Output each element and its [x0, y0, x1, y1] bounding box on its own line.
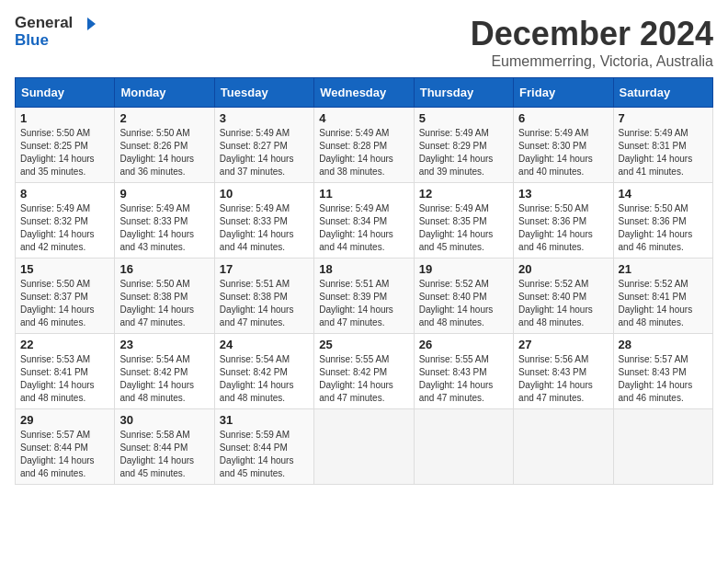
day-number: 21 — [619, 262, 708, 276]
calendar-table: Sunday Monday Tuesday Wednesday Thursday… — [15, 77, 713, 485]
day-detail: Sunrise: 5:56 AM Sunset: 8:43 PM Dayligh… — [518, 353, 608, 405]
day-number: 15 — [20, 262, 109, 276]
day-cell-15: 15 Sunrise: 5:50 AM Sunset: 8:37 PM Dayl… — [16, 259, 115, 334]
day-detail: Sunrise: 5:50 AM Sunset: 8:36 PM Dayligh… — [619, 202, 708, 254]
day-number: 25 — [319, 338, 408, 351]
day-detail: Sunrise: 5:52 AM Sunset: 8:40 PM Dayligh… — [518, 278, 608, 329]
day-number: 19 — [419, 262, 508, 276]
day-cell-19: 19 Sunrise: 5:52 AM Sunset: 8:40 PM Dayl… — [414, 259, 513, 334]
day-cell-23: 23 Sunrise: 5:54 AM Sunset: 8:42 PM Dayl… — [115, 334, 214, 409]
logo-wordmark: General Blue — [15, 15, 96, 49]
day-detail: Sunrise: 5:49 AM Sunset: 8:27 PM Dayligh… — [220, 127, 309, 178]
day-number: 13 — [518, 187, 608, 201]
logo-bird-icon — [79, 16, 96, 32]
calendar-subtitle: Eumemmerring, Victoria, Australia — [471, 53, 713, 70]
day-number: 22 — [20, 338, 109, 351]
day-cell-1: 1 Sunrise: 5:50 AM Sunset: 8:25 PM Dayli… — [16, 108, 115, 183]
day-cell-2: 2 Sunrise: 5:50 AM Sunset: 8:26 PM Dayli… — [115, 108, 214, 183]
day-number: 18 — [319, 262, 408, 276]
day-number: 26 — [419, 338, 508, 351]
calendar-week-row: 29 Sunrise: 5:57 AM Sunset: 8:44 PM Dayl… — [16, 409, 713, 485]
header-wednesday: Wednesday — [314, 78, 414, 108]
day-detail: Sunrise: 5:50 AM Sunset: 8:38 PM Dayligh… — [119, 278, 209, 329]
logo[interactable]: General Blue — [15, 15, 96, 49]
header-friday: Friday — [514, 78, 613, 108]
day-detail: Sunrise: 5:52 AM Sunset: 8:40 PM Dayligh… — [419, 278, 508, 329]
day-number: 12 — [419, 187, 508, 201]
day-cell-10: 10 Sunrise: 5:49 AM Sunset: 8:33 PM Dayl… — [214, 183, 313, 259]
day-cell-9: 9 Sunrise: 5:49 AM Sunset: 8:33 PM Dayli… — [115, 183, 214, 259]
day-cell-26: 26 Sunrise: 5:55 AM Sunset: 8:43 PM Dayl… — [414, 334, 513, 409]
day-number: 29 — [20, 413, 109, 427]
day-detail: Sunrise: 5:49 AM Sunset: 8:29 PM Dayligh… — [419, 127, 508, 178]
header-monday: Monday — [115, 78, 214, 108]
day-number: 27 — [518, 338, 608, 351]
day-number: 1 — [20, 111, 109, 125]
day-cell-31: 31 Sunrise: 5:59 AM Sunset: 8:44 PM Dayl… — [214, 409, 313, 485]
calendar-week-row: 8 Sunrise: 5:49 AM Sunset: 8:32 PM Dayli… — [16, 183, 713, 259]
day-number: 24 — [220, 338, 309, 351]
day-cell-14: 14 Sunrise: 5:50 AM Sunset: 8:36 PM Dayl… — [613, 183, 712, 259]
empty-cell — [514, 409, 613, 485]
day-cell-4: 4 Sunrise: 5:49 AM Sunset: 8:28 PM Dayli… — [314, 108, 414, 183]
day-detail: Sunrise: 5:50 AM Sunset: 8:37 PM Dayligh… — [20, 278, 109, 329]
days-header-row: Sunday Monday Tuesday Wednesday Thursday… — [16, 78, 713, 108]
day-detail: Sunrise: 5:59 AM Sunset: 8:44 PM Dayligh… — [220, 429, 309, 480]
day-detail: Sunrise: 5:50 AM Sunset: 8:26 PM Dayligh… — [119, 127, 209, 178]
day-detail: Sunrise: 5:49 AM Sunset: 8:30 PM Dayligh… — [518, 127, 608, 178]
day-number: 4 — [319, 111, 408, 125]
calendar-week-row: 1 Sunrise: 5:50 AM Sunset: 8:25 PM Dayli… — [16, 108, 713, 183]
day-cell-3: 3 Sunrise: 5:49 AM Sunset: 8:27 PM Dayli… — [214, 108, 313, 183]
day-detail: Sunrise: 5:58 AM Sunset: 8:44 PM Dayligh… — [119, 429, 209, 480]
day-detail: Sunrise: 5:50 AM Sunset: 8:36 PM Dayligh… — [518, 202, 608, 254]
page-header: General Blue December 2024 Eumemmerring,… — [15, 15, 713, 70]
day-detail: Sunrise: 5:49 AM Sunset: 8:35 PM Dayligh… — [419, 202, 508, 254]
day-number: 14 — [619, 187, 708, 201]
day-cell-20: 20 Sunrise: 5:52 AM Sunset: 8:40 PM Dayl… — [514, 259, 613, 334]
day-cell-30: 30 Sunrise: 5:58 AM Sunset: 8:44 PM Dayl… — [115, 409, 214, 485]
day-cell-28: 28 Sunrise: 5:57 AM Sunset: 8:43 PM Dayl… — [613, 334, 712, 409]
day-number: 8 — [20, 187, 109, 201]
day-cell-5: 5 Sunrise: 5:49 AM Sunset: 8:29 PM Dayli… — [414, 108, 513, 183]
day-detail: Sunrise: 5:55 AM Sunset: 8:43 PM Dayligh… — [419, 353, 508, 405]
day-detail: Sunrise: 5:49 AM Sunset: 8:33 PM Dayligh… — [220, 202, 309, 254]
day-detail: Sunrise: 5:49 AM Sunset: 8:28 PM Dayligh… — [319, 127, 408, 178]
header-tuesday: Tuesday — [214, 78, 313, 108]
day-cell-21: 21 Sunrise: 5:52 AM Sunset: 8:41 PM Dayl… — [613, 259, 712, 334]
day-detail: Sunrise: 5:49 AM Sunset: 8:34 PM Dayligh… — [319, 202, 408, 254]
day-detail: Sunrise: 5:54 AM Sunset: 8:42 PM Dayligh… — [119, 353, 209, 405]
day-detail: Sunrise: 5:49 AM Sunset: 8:31 PM Dayligh… — [619, 127, 708, 178]
day-cell-16: 16 Sunrise: 5:50 AM Sunset: 8:38 PM Dayl… — [115, 259, 214, 334]
day-cell-17: 17 Sunrise: 5:51 AM Sunset: 8:38 PM Dayl… — [214, 259, 313, 334]
day-cell-13: 13 Sunrise: 5:50 AM Sunset: 8:36 PM Dayl… — [514, 183, 613, 259]
day-cell-22: 22 Sunrise: 5:53 AM Sunset: 8:41 PM Dayl… — [16, 334, 115, 409]
empty-cell — [613, 409, 712, 485]
day-cell-6: 6 Sunrise: 5:49 AM Sunset: 8:30 PM Dayli… — [514, 108, 613, 183]
day-cell-7: 7 Sunrise: 5:49 AM Sunset: 8:31 PM Dayli… — [613, 108, 712, 183]
empty-cell — [414, 409, 513, 485]
day-cell-18: 18 Sunrise: 5:51 AM Sunset: 8:39 PM Dayl… — [314, 259, 414, 334]
day-cell-25: 25 Sunrise: 5:55 AM Sunset: 8:42 PM Dayl… — [314, 334, 414, 409]
day-detail: Sunrise: 5:57 AM Sunset: 8:43 PM Dayligh… — [619, 353, 708, 405]
day-number: 17 — [220, 262, 309, 276]
day-detail: Sunrise: 5:54 AM Sunset: 8:42 PM Dayligh… — [220, 353, 309, 405]
day-number: 23 — [119, 338, 209, 351]
header-saturday: Saturday — [613, 78, 712, 108]
day-detail: Sunrise: 5:51 AM Sunset: 8:38 PM Dayligh… — [220, 278, 309, 329]
day-detail: Sunrise: 5:55 AM Sunset: 8:42 PM Dayligh… — [319, 353, 408, 405]
calendar-title: December 2024 — [471, 15, 713, 53]
day-cell-27: 27 Sunrise: 5:56 AM Sunset: 8:43 PM Dayl… — [514, 334, 613, 409]
calendar-week-row: 22 Sunrise: 5:53 AM Sunset: 8:41 PM Dayl… — [16, 334, 713, 409]
day-number: 9 — [119, 187, 209, 201]
day-detail: Sunrise: 5:53 AM Sunset: 8:41 PM Dayligh… — [20, 353, 109, 405]
title-section: December 2024 Eumemmerring, Victoria, Au… — [471, 15, 713, 70]
day-number: 10 — [220, 187, 309, 201]
day-detail: Sunrise: 5:51 AM Sunset: 8:39 PM Dayligh… — [319, 278, 408, 329]
logo-general: General — [15, 14, 73, 31]
day-number: 7 — [619, 111, 708, 125]
day-number: 16 — [119, 262, 209, 276]
day-number: 6 — [518, 111, 608, 125]
day-detail: Sunrise: 5:49 AM Sunset: 8:32 PM Dayligh… — [20, 202, 109, 254]
empty-cell — [314, 409, 414, 485]
day-cell-12: 12 Sunrise: 5:49 AM Sunset: 8:35 PM Dayl… — [414, 183, 513, 259]
